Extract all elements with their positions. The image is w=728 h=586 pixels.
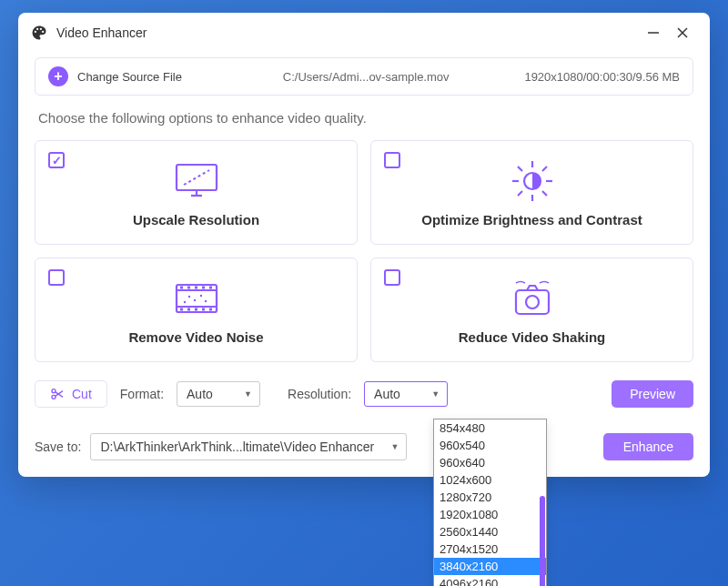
cut-label: Cut <box>72 387 92 401</box>
option-upscale-resolution[interactable]: Upscale Resolution <box>35 140 358 245</box>
resolution-select[interactable]: Auto <box>364 381 448 407</box>
monitor-icon <box>171 159 222 203</box>
save-row: Save to: D:\ArkThinker\ArkThink...ltimat… <box>35 433 693 460</box>
instruction-text: Choose the following options to enhance … <box>38 110 692 126</box>
content: + Change Source File C:/Users/Admi...ov-… <box>18 57 710 477</box>
controls-row: Cut Format: Auto Resolution: Auto Previe… <box>35 380 693 408</box>
change-source-label[interactable]: Change Source File <box>77 70 182 84</box>
camera-shake-icon <box>507 277 558 320</box>
option-reduce-shaking[interactable]: Reduce Video Shaking <box>370 258 693 362</box>
close-button[interactable] <box>668 22 697 44</box>
brightness-icon <box>509 159 556 203</box>
svg-rect-25 <box>187 308 190 311</box>
scissors-icon <box>50 387 65 401</box>
svg-rect-19 <box>180 287 183 289</box>
source-path: C:/Users/Admi...ov-sample.mov <box>207 70 525 84</box>
svg-point-33 <box>183 301 185 303</box>
svg-line-39 <box>56 391 63 397</box>
checkbox-icon[interactable] <box>48 152 65 168</box>
svg-line-15 <box>518 191 522 196</box>
svg-rect-27 <box>202 308 205 311</box>
resolution-option[interactable]: 1920x1080 <box>434 506 546 523</box>
enhance-button[interactable]: Enhance <box>603 433 693 460</box>
option-label: Optimize Brightness and Contrast <box>421 212 642 227</box>
window-title: Video Enhancer <box>56 25 639 40</box>
palette-icon <box>31 25 47 41</box>
svg-rect-34 <box>516 290 549 314</box>
checkbox-icon[interactable] <box>384 269 400 286</box>
resolution-option[interactable]: 960x640 <box>434 454 546 471</box>
resolution-option[interactable]: 1280x720 <box>434 489 546 506</box>
svg-rect-23 <box>209 287 212 289</box>
checkbox-icon[interactable] <box>48 269 65 286</box>
resolution-dropdown: 854x480960x540960x6401024x6001280x720192… <box>433 419 547 586</box>
svg-rect-21 <box>195 287 197 289</box>
resolution-option[interactable]: 2560x1440 <box>434 523 546 541</box>
resolution-value: Auto <box>374 387 400 401</box>
titlebar: Video Enhancer <box>18 13 710 54</box>
svg-line-13 <box>542 191 547 196</box>
options-grid: Upscale Resolution <box>35 140 693 362</box>
resolution-option[interactable]: 960x540 <box>434 437 546 454</box>
checkbox-icon[interactable] <box>384 152 400 168</box>
resolution-option[interactable]: 2704x1520 <box>434 541 546 558</box>
save-path-select[interactable]: D:\ArkThinker\ArkThink...ltimate\Video E… <box>90 433 407 460</box>
save-path-value: D:\ArkThinker\ArkThink...ltimate\Video E… <box>100 440 374 454</box>
resolution-label: Resolution: <box>288 387 351 401</box>
format-select[interactable]: Auto <box>177 381 260 407</box>
resolution-option[interactable]: 3840x2160 <box>434 558 546 575</box>
save-to-label: Save to: <box>35 440 81 454</box>
add-source-button[interactable]: + <box>48 66 68 86</box>
svg-rect-20 <box>187 287 190 289</box>
format-label: Format: <box>120 387 164 401</box>
app-window: Video Enhancer + Change Source File C:/U… <box>18 13 710 477</box>
svg-point-35 <box>526 296 539 308</box>
svg-rect-28 <box>209 308 212 311</box>
option-label: Upscale Resolution <box>133 212 259 227</box>
option-brightness-contrast[interactable]: Optimize Brightness and Contrast <box>370 140 693 245</box>
svg-point-29 <box>187 296 189 298</box>
source-meta: 1920x1080/00:00:30/9.56 MB <box>524 70 680 84</box>
svg-point-31 <box>199 295 201 297</box>
svg-point-30 <box>193 299 195 301</box>
option-label: Remove Video Noise <box>128 329 263 345</box>
resolution-option[interactable]: 1024x600 <box>434 471 546 489</box>
svg-line-12 <box>518 167 522 171</box>
preview-button[interactable]: Preview <box>612 380 693 408</box>
svg-point-32 <box>204 300 206 302</box>
scrollbar-thumb[interactable] <box>540 496 545 586</box>
svg-rect-24 <box>180 308 183 311</box>
svg-rect-22 <box>202 287 205 289</box>
resolution-option[interactable]: 854x480 <box>434 419 546 437</box>
format-value: Auto <box>187 387 213 401</box>
cut-button[interactable]: Cut <box>35 380 107 408</box>
film-icon <box>171 277 222 320</box>
option-remove-noise[interactable]: Remove Video Noise <box>35 258 358 362</box>
resolution-option[interactable]: 4096x2160 <box>434 575 546 586</box>
svg-line-4 <box>184 170 209 185</box>
svg-line-38 <box>56 392 63 398</box>
source-bar: + Change Source File C:/Users/Admi...ov-… <box>35 57 693 96</box>
svg-rect-3 <box>177 165 217 190</box>
minimize-button[interactable] <box>639 22 668 44</box>
option-label: Reduce Video Shaking <box>459 329 605 345</box>
svg-rect-26 <box>195 308 197 311</box>
